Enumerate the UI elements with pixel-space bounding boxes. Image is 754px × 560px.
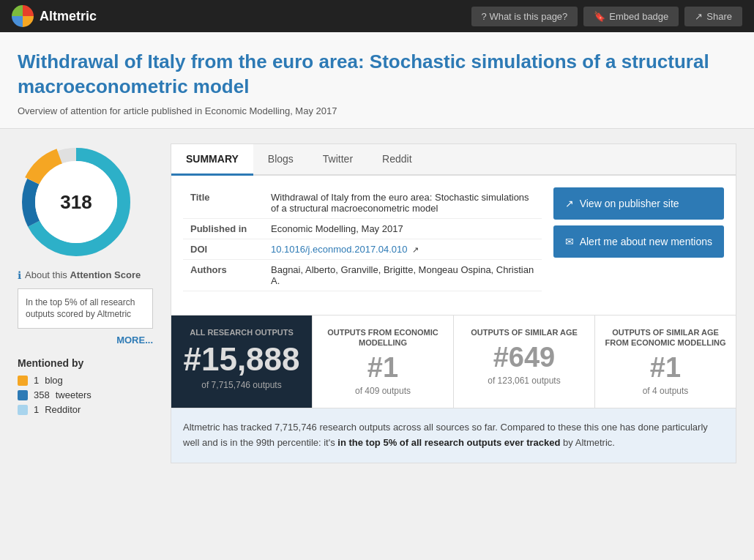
mention-item: 1 Redditor: [18, 404, 153, 415]
alert-mentions-button[interactable]: ✉ Alert me about new mentions: [553, 225, 724, 258]
page-subtitle: Overview of attention for article publis…: [18, 105, 736, 116]
stat-sub: of 123,061 outputs: [463, 376, 586, 386]
mentioned-by-title: Mentioned by: [18, 357, 153, 369]
field-value: Economic Modelling, May 2017: [264, 218, 542, 239]
logo-icon: [12, 5, 34, 27]
bottom-info-bold: in the top 5% of all research outputs ev…: [337, 437, 560, 448]
tab-bar: SUMMARY Blogs Twitter Reddit: [171, 144, 736, 176]
email-icon: ✉: [565, 236, 574, 247]
mention-count: 358: [34, 389, 50, 400]
summary-top-row: Title Withdrawal of Italy from the euro …: [183, 187, 724, 303]
top-navigation: Altmetric ? What is this page? 🔖 Embed b…: [0, 0, 754, 32]
alert-mentions-label: Alert me about new mentions: [580, 236, 712, 247]
field-label: DOI: [183, 239, 264, 259]
mention-dot: [18, 405, 28, 415]
summary-content: Title Withdrawal of Italy from the euro …: [171, 176, 736, 315]
doi-link[interactable]: 10.1016/j.econmod.2017.04.010: [271, 244, 408, 255]
field-value: Bagnai, Alberto, Granville, Brigitte, Mo…: [264, 259, 542, 291]
stat-sub: of 409 outputs: [321, 386, 444, 396]
external-link-icon: ↗: [565, 198, 574, 209]
bookmark-icon: 🔖: [594, 11, 605, 22]
mention-type: blog: [45, 375, 63, 386]
stats-row: ALL RESEARCH OUTPUTS #15,888 of 7,715,74…: [171, 315, 736, 408]
mention-item: 358 tweeters: [18, 389, 153, 400]
external-icon: ↗: [412, 245, 419, 254]
stat-sub: of 4 outputs: [604, 386, 727, 396]
score-value: 318: [60, 190, 92, 213]
table-row: Authors Bagnai, Alberto, Granville, Brig…: [183, 259, 542, 291]
stat-number: #15,888: [180, 343, 303, 376]
mention-count: 1: [34, 404, 39, 415]
info-table: Title Withdrawal of Italy from the euro …: [183, 187, 542, 291]
mention-count: 1: [34, 375, 39, 386]
table-row: DOI 10.1016/j.econmod.2017.04.010 ↗: [183, 239, 542, 259]
right-panel: SUMMARY Blogs Twitter Reddit Title Withd…: [171, 143, 736, 463]
mention-list: 1 blog 358 tweeters 1 Redditor: [18, 375, 153, 415]
stat-number: #649: [463, 343, 586, 371]
stat-box: OUTPUTS FROM ECONOMIC MODELLING #1 of 40…: [313, 316, 454, 408]
page-header: Withdrawal of Italy from the euro area: …: [0, 32, 754, 129]
view-publisher-label: View on publisher site: [580, 198, 679, 209]
what-is-this-button[interactable]: ? What is this page?: [471, 7, 578, 26]
info-box-text: In the top 5% of all research outputs sc…: [26, 297, 135, 320]
stat-sub: of 7,715,746 outputs: [180, 380, 303, 390]
share-icon: ↗: [695, 11, 703, 22]
stat-number: #1: [321, 354, 444, 381]
attention-text: About this Attention Score: [25, 269, 141, 280]
logo: Altmetric: [12, 5, 97, 27]
field-label: Authors: [183, 259, 264, 291]
tab-blogs[interactable]: Blogs: [253, 144, 308, 176]
mention-dot: [18, 376, 28, 386]
summary-info-section: Title Withdrawal of Italy from the euro …: [183, 187, 542, 303]
share-label: Share: [706, 11, 732, 22]
stat-box: OUTPUTS OF SIMILAR AGE FROM ECONOMIC MOD…: [595, 316, 736, 408]
bottom-info-text-after: by Altmetric.: [560, 437, 614, 448]
stat-label: ALL RESEARCH OUTPUTS: [180, 327, 303, 337]
attention-info-box: In the top 5% of all research outputs sc…: [18, 288, 153, 329]
share-button[interactable]: ↗ Share: [684, 7, 742, 26]
mention-dot: [18, 390, 28, 400]
stat-label: OUTPUTS OF SIMILAR AGE: [463, 327, 586, 337]
action-buttons: ↗ View on publisher site ✉ Alert me abou…: [553, 187, 724, 258]
mention-type: Redditor: [45, 404, 81, 415]
more-link[interactable]: MORE...: [18, 335, 153, 346]
view-publisher-button[interactable]: ↗ View on publisher site: [553, 187, 724, 220]
embed-badge-label: Embed badge: [609, 11, 668, 22]
tab-summary[interactable]: SUMMARY: [171, 144, 253, 176]
table-row: Title Withdrawal of Italy from the euro …: [183, 187, 542, 219]
field-value: Withdrawal of Italy from the euro area: …: [264, 187, 542, 219]
stat-box: ALL RESEARCH OUTPUTS #15,888 of 7,715,74…: [171, 316, 313, 408]
stat-label: OUTPUTS OF SIMILAR AGE FROM ECONOMIC MOD…: [604, 327, 727, 348]
bottom-info-box: Altmetric has tracked 7,715,746 research…: [171, 408, 736, 463]
stat-box: OUTPUTS OF SIMILAR AGE #649 of 123,061 o…: [454, 316, 595, 408]
tab-reddit[interactable]: Reddit: [367, 144, 426, 176]
field-label: Published in: [183, 218, 264, 239]
left-sidebar: 318 ℹ About this Attention Score In the …: [18, 143, 153, 463]
mention-item: 1 blog: [18, 375, 153, 386]
field-label: Title: [183, 187, 264, 219]
main-content: 318 ℹ About this Attention Score In the …: [0, 129, 754, 478]
stat-label: OUTPUTS FROM ECONOMIC MODELLING: [321, 327, 444, 348]
info-icon: ℹ: [18, 269, 21, 281]
logo-text: Altmetric: [40, 9, 97, 24]
field-value: 10.1016/j.econmod.2017.04.010 ↗: [264, 239, 542, 259]
page-title: Withdrawal of Italy from the euro area: …: [18, 50, 736, 100]
embed-badge-button[interactable]: 🔖 Embed badge: [583, 7, 679, 26]
mention-type: tweeters: [56, 389, 92, 400]
tab-twitter[interactable]: Twitter: [308, 144, 367, 176]
table-row: Published in Economic Modelling, May 201…: [183, 218, 542, 239]
stat-number: #1: [604, 354, 727, 381]
attention-score-donut: 318: [18, 143, 135, 261]
attention-label: ℹ About this Attention Score: [18, 269, 153, 281]
